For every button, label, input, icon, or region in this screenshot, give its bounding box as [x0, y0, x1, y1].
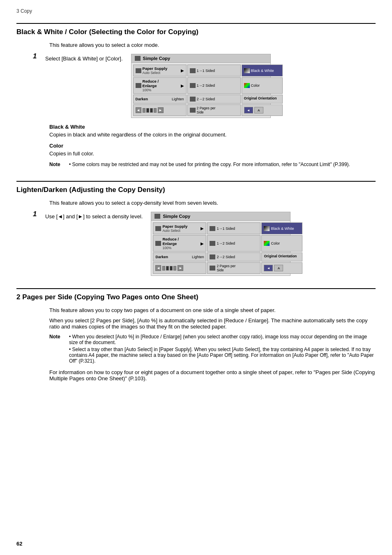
note-content-1: Some colors may be restricted and may no… [69, 162, 376, 169]
paper-icon [136, 68, 141, 73]
page-header: 3 Copy [16, 8, 376, 16]
simple-copy-panel-1: Simple Copy Paper Supply Auto Select ▶ [131, 54, 271, 118]
note-item-1-0: Some colors may be restricted and may no… [69, 162, 376, 167]
panel2-paper-supply: Paper Supply Auto Select ▶ [153, 222, 206, 234]
section-intro-2pages-2: When you select [2 Pages per Side], [Aut… [49, 317, 376, 330]
step-num-1: 1 [33, 52, 45, 60]
section-bw-color: Black & White / Color (Selecting the Col… [16, 23, 376, 169]
step-content-1: Select [Black & White] or [Color]. Simpl… [45, 53, 376, 118]
section-intro-2pages-1: This feature allows you to copy two page… [49, 307, 376, 313]
step-row-2: 1 Use [◄] and [►] to select a density le… [33, 211, 376, 276]
panel-grid-2: Paper Supply Auto Select ▶ 1→1 Sided Bla… [151, 221, 290, 275]
sided-icon-1 [190, 68, 196, 73]
note-item-2-0: When you deselect [Auto %] in [Reduce / … [69, 334, 376, 345]
color-icon [244, 83, 250, 88]
panel2-darken: Darken Lighten [153, 252, 206, 261]
panel2-12sided: 1→2 Sided [207, 235, 261, 252]
section-lighten-darken: Lighten/Darken (Adjusting the Copy Densi… [16, 181, 376, 276]
panel-header-icon-1 [135, 56, 141, 61]
step-with-image-1: Select [Black & White] or [Color]. Simpl… [45, 54, 376, 118]
step-with-image-2: Use [◄] and [►] to select a density leve… [45, 212, 376, 276]
orient-landscape: A [254, 107, 263, 113]
bw-icon [244, 68, 250, 73]
panel-orientation-label: Original Orientation [242, 95, 283, 104]
panel2-orient-btns: ◄ A [261, 262, 302, 274]
section-intro-lighten: This feature allows you to select a copy… [49, 200, 376, 206]
note-label-2: Note [49, 334, 64, 365]
panel2-density: ◄ ► [153, 262, 206, 274]
panel-orient-buttons: ◄ A [242, 104, 283, 116]
reduce-icon [136, 83, 141, 88]
sided-icon-22 [190, 97, 196, 102]
section-footer-2pages: For information on how to copy four or e… [49, 369, 376, 382]
step-text-2: Use [◄] and [►] to select a density leve… [45, 212, 143, 220]
section-title-bw-color: Black & White / Color (Selecting the Col… [16, 23, 376, 36]
note-label-1: Note [49, 162, 64, 169]
panel-bw: Black & White [242, 65, 283, 76]
section-title-lighten: Lighten/Darken (Adjusting the Copy Densi… [16, 181, 376, 194]
panel-reduce-enlarge: Reduce /Enlarge 100% ▶ [133, 77, 187, 94]
step-row-1: 1 Select [Black & White] or [Color]. Sim… [33, 53, 376, 118]
note-content-2: When you deselect [Auto %] in [Reduce / … [69, 334, 376, 365]
panel-grid-1: Paper Supply Auto Select ▶ 1→1 Sided Bla… [131, 63, 270, 118]
panel-header-title-2: Simple Copy [163, 214, 190, 219]
page-number: 62 [16, 541, 22, 547]
sub-title-color: Color [49, 143, 376, 149]
step-content-2: Use [◄] and [►] to select a density leve… [45, 211, 376, 276]
sub-bw: Black & White Copies in black and white … [49, 124, 376, 138]
sub-body-color: Copies in full color. [49, 150, 376, 157]
sub-color: Color Copies in full color. [49, 143, 376, 157]
note-row-1: Note Some colors may be restricted and m… [49, 162, 376, 169]
step-num-2: 1 [33, 210, 45, 218]
panel-color: Color [242, 77, 283, 94]
panel-2pages: 2 Pages perSide [187, 104, 241, 116]
simple-copy-panel-2: Simple Copy Paper Supply Auto Select ▶ [151, 212, 291, 276]
orient-portrait: ◄ [244, 107, 253, 113]
panel-paper-supply: Paper Supply Auto Select ▶ [133, 65, 187, 76]
panel-density-row: ◄ ► [133, 104, 187, 116]
panel-header-2: Simple Copy [151, 212, 290, 221]
panel-22sided: 2→2 Sided [187, 95, 241, 104]
panel2-reduce: Reduce /Enlarge 100% ▶ [153, 235, 206, 252]
sided-icon-12 [190, 83, 196, 88]
panel-header-1: Simple Copy [131, 54, 270, 63]
panel2-color: Color [261, 235, 302, 252]
panel2-1sided: 1→1 Sided [207, 222, 261, 234]
pages-icon [190, 108, 196, 113]
panel-darken-lighten: Darken Lighten [133, 95, 187, 104]
panel-1sided: 1→1 Sided [187, 65, 241, 76]
section-2pages: 2 Pages per Side (Copying Two Pages onto… [16, 288, 376, 382]
panel-header-icon-2 [154, 214, 160, 219]
panel2-orient-label: Original Orientation [261, 252, 302, 261]
panel2-2pages: 2 Pages perSide [207, 262, 261, 274]
panel2-bw: Black & White [261, 222, 302, 234]
panel-12sided: 1→2 Sided [187, 77, 241, 94]
panel2-22sided: 2→2 Sided [207, 252, 261, 261]
sub-title-bw: Black & White [49, 124, 376, 130]
sub-body-bw: Copies in black and white regardless of … [49, 132, 376, 138]
note-row-2: Note When you deselect [Auto %] in [Redu… [49, 334, 376, 365]
note-item-2-1: Select a tray other than [Auto Select] i… [69, 347, 376, 364]
step-text-1: Select [Black & White] or [Color]. [45, 54, 123, 62]
panel-header-title-1: Simple Copy [143, 56, 171, 61]
section-title-2pages: 2 Pages per Side (Copying Two Pages onto… [16, 288, 376, 301]
section-intro-bw-color: This feature allows you to select a colo… [49, 42, 376, 48]
